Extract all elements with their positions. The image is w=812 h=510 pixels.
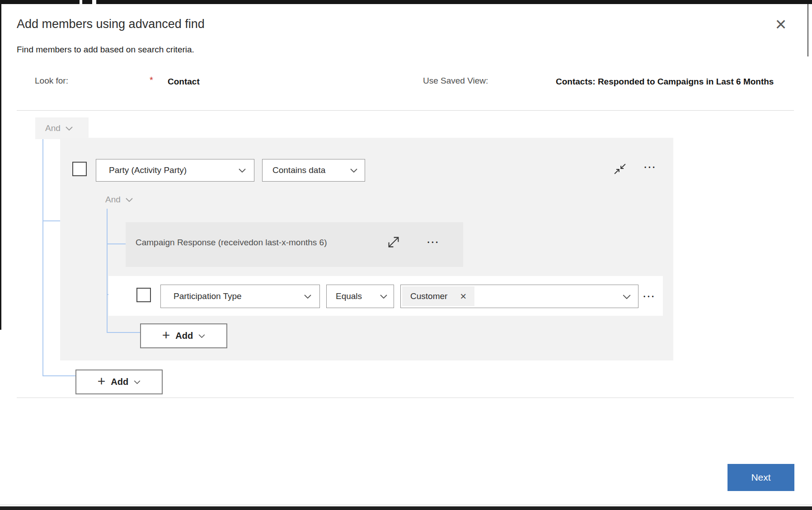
root-add-button[interactable]: + Add: [75, 370, 163, 394]
look-for-value-dropdown[interactable]: Contact: [168, 77, 200, 87]
group-add-button[interactable]: + Add: [140, 323, 227, 348]
condition-row-checkbox[interactable]: [136, 288, 151, 302]
chevron-down-icon: [126, 198, 133, 202]
window-chrome-right-edge: [807, 4, 808, 56]
condition-field-dropdown[interactable]: Participation Type: [160, 285, 320, 308]
add-members-dialog: Add members using advanced find × Find m…: [0, 0, 812, 510]
page-subtitle: Find members to add based on search crit…: [17, 45, 194, 55]
more-options-button[interactable]: •••: [644, 164, 657, 171]
collapse-icon: [613, 163, 627, 175]
tree-connector: [108, 332, 140, 333]
chevron-down-icon: [239, 168, 246, 173]
remove-tag-icon[interactable]: ×: [460, 291, 466, 302]
window-chrome-bottom-bar: [0, 506, 812, 510]
root-operator-dropdown[interactable]: And: [35, 117, 89, 139]
plus-icon: +: [162, 328, 170, 342]
tree-connector: [43, 375, 75, 376]
use-saved-view-label: Use Saved View:: [423, 76, 488, 86]
more-options-icon: •••: [427, 239, 440, 246]
window-chrome-notch: [80, 0, 82, 4]
window-chrome-notch: [92, 0, 96, 4]
window-chrome-top-bar: [0, 0, 812, 4]
more-options-icon: •••: [643, 294, 656, 300]
related-entity-label: Campaign Response (receivedon last-x-mon…: [136, 238, 327, 248]
window-chrome-divider: [0, 505, 812, 505]
expand-row-button[interactable]: [387, 235, 401, 249]
group-operator-label: And: [105, 195, 121, 205]
page-title: Add members using advanced find: [17, 17, 205, 31]
value-tag-label: Customer: [410, 291, 447, 301]
required-asterisk: *: [150, 75, 153, 85]
chevron-down-icon: [623, 295, 631, 299]
chevron-down-icon: [134, 380, 141, 384]
entity-field-label: Party (Activity Party): [109, 165, 187, 175]
entity-field-dropdown[interactable]: Party (Activity Party): [96, 159, 254, 182]
header-divider: [17, 110, 794, 111]
window-chrome-left-edge: [0, 0, 1, 330]
more-options-button[interactable]: •••: [643, 294, 656, 300]
value-tag: Customer ×: [402, 286, 474, 306]
condition-operator-label: Equals: [336, 291, 362, 301]
next-button[interactable]: Next: [728, 464, 794, 491]
entity-row-checkbox[interactable]: [72, 162, 87, 176]
add-button-label: Add: [111, 377, 128, 387]
chevron-down-icon: [380, 295, 387, 299]
chevron-down-icon: [350, 168, 357, 173]
entity-operator-label: Contains data: [272, 165, 325, 175]
chevron-down-icon: [198, 334, 205, 338]
collapse-group-button[interactable]: [611, 161, 629, 177]
saved-view-value-dropdown[interactable]: Contacts: Responded to Campaigns in Last…: [556, 77, 794, 87]
look-for-label: Look for:: [35, 76, 68, 86]
entity-operator-dropdown[interactable]: Contains data: [262, 159, 365, 182]
plus-icon: +: [98, 374, 106, 388]
root-operator-label: And: [45, 123, 61, 133]
close-button[interactable]: ×: [769, 14, 793, 35]
condition-field-label: Participation Type: [174, 291, 242, 301]
add-button-label: Add: [175, 331, 193, 341]
chevron-down-icon: [304, 295, 311, 299]
tree-connector: [108, 243, 126, 244]
expand-icon: [387, 235, 400, 249]
chevron-down-icon: [66, 126, 73, 131]
tree-connector: [43, 220, 60, 221]
more-options-button[interactable]: •••: [427, 239, 440, 246]
footer-divider: [17, 398, 794, 398]
close-icon: ×: [775, 15, 787, 34]
more-options-icon: •••: [644, 164, 657, 171]
next-button-label: Next: [751, 472, 770, 483]
tree-connector: [42, 139, 43, 376]
tree-connector: [107, 209, 108, 333]
condition-operator-dropdown[interactable]: Equals: [326, 285, 394, 308]
related-entity-row[interactable]: Campaign Response (receivedon last-x-mon…: [126, 222, 463, 267]
group-operator-dropdown[interactable]: And: [105, 192, 133, 207]
condition-value-dropdown[interactable]: Customer ×: [400, 285, 638, 308]
